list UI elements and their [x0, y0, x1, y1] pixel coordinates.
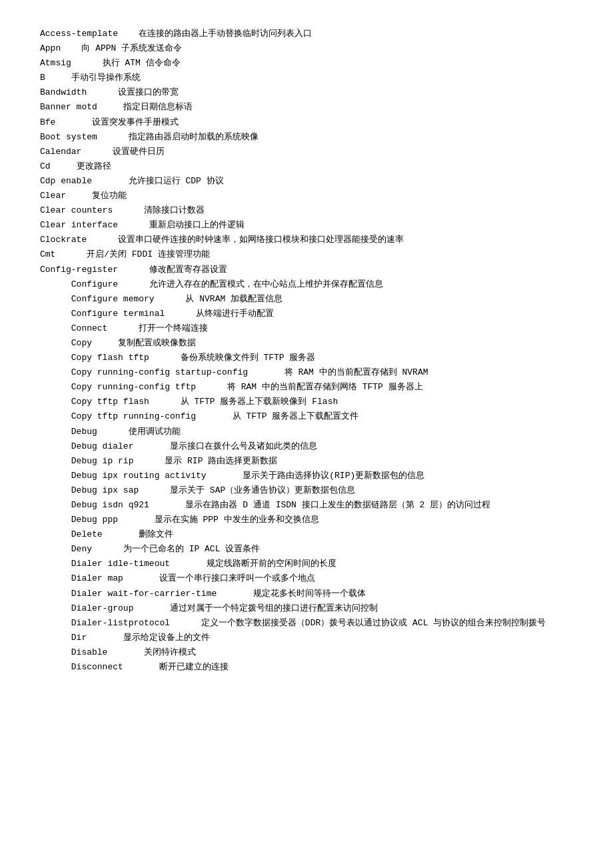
main-content: Access-template 在连接的路由器上手动替换临时访问列表入口Appn… — [40, 27, 573, 675]
list-item: Debug ipx routing activity 显示关于路由选择协议(RI… — [40, 469, 573, 483]
list-item: Atmsig 执行 ATM 信令命令 — [40, 56, 573, 71]
list-item: Calendar 设置硬件日历 — [40, 145, 573, 159]
list-item: Access-template 在连接的路由器上手动替换临时访问列表入口 — [40, 27, 573, 41]
list-item: Clockrate 设置串口硬件连接的时钟速率，如网络接口模块和接口处理器能接受… — [40, 233, 573, 247]
list-item: Copy flash tftp 备份系统映像文件到 TFTP 服务器 — [40, 351, 573, 365]
list-item: Configure 允许进入存在的配置模式，在中心站点上维护并保存配置信息 — [40, 277, 573, 292]
list-item: Clear counters 清除接口计数器 — [40, 203, 573, 218]
list-item: Cmt 开启/关闭 FDDI 连接管理功能 — [40, 247, 573, 262]
list-item: Bfe 设置突发事件手册模式 — [40, 115, 573, 130]
list-item: Debug dialer 显示接口在拨什么号及诸如此类的信息 — [40, 439, 573, 454]
list-item: Cdp enable 允许接口运行 CDP 协议 — [40, 174, 573, 189]
list-item: Banner motd 指定日期信息标语 — [40, 100, 573, 115]
list-item: Dialer-group 通过对属于一个特定拨号组的接口进行配置来访问控制 — [40, 601, 573, 616]
list-item: Copy 复制配置或映像数据 — [40, 336, 573, 351]
list-item: Dir 显示给定设备上的文件 — [40, 631, 573, 645]
list-item: Configure terminal 从终端进行手动配置 — [40, 307, 573, 321]
list-item: Debug ppp 显示在实施 PPP 中发生的业务和交换信息 — [40, 513, 573, 527]
list-item: Appn 向 APPN 子系统发送命令 — [40, 41, 573, 56]
list-item: Copy running-config tftp 将 RAM 中的当前配置存储到… — [40, 380, 573, 395]
list-item: Clear interface 重新启动接口上的件逻辑 — [40, 218, 573, 233]
list-item: Dialer idle-timeout 规定线路断开前的空闲时间的长度 — [40, 557, 573, 571]
list-item: Dialer-listprotocol 定义一个数字数据接受器（DDR）拨号表以… — [40, 616, 573, 631]
list-item: Disable 关闭特许模式 — [40, 645, 573, 660]
list-item: Connect 打开一个终端连接 — [40, 321, 573, 336]
list-item: Boot system 指定路由器启动时加载的系统映像 — [40, 130, 573, 145]
list-item: Debug isdn q921 显示在路由器 D 通道 ISDN 接口上发生的数… — [40, 498, 573, 513]
list-item: Debug ipx sap 显示关于 SAP（业务通告协议）更新数据包信息 — [40, 483, 573, 498]
list-item: Debug ip rip 显示 RIP 路由选择更新数据 — [40, 454, 573, 469]
list-item: Dialer map 设置一个串行接口来呼叫一个或多个地点 — [40, 571, 573, 586]
list-item: Debug 使用调试功能 — [40, 425, 573, 439]
list-item: Config-register 修改配置寄存器设置 — [40, 263, 573, 277]
list-item: Deny 为一个已命名的 IP ACL 设置条件 — [40, 542, 573, 557]
list-item: Delete 删除文件 — [40, 527, 573, 542]
list-item: Copy tftp flash 从 TFTP 服务器上下载新映像到 Flash — [40, 395, 573, 409]
list-item: Configure memory 从 NVRAM 加载配置信息 — [40, 292, 573, 307]
list-item: Clear 复位功能 — [40, 189, 573, 203]
list-item: Copy tftp running-config 从 TFTP 服务器上下载配置… — [40, 409, 573, 424]
list-item: Cd 更改路径 — [40, 159, 573, 174]
list-item: Dialer wait-for-carrier-time 规定花多长时间等待一个… — [40, 587, 573, 601]
list-item: Bandwidth 设置接口的带宽 — [40, 85, 573, 100]
list-item: B 手动引导操作系统 — [40, 71, 573, 85]
list-item: Disconnect 断开已建立的连接 — [40, 660, 573, 675]
list-item: Copy running-config startup-config 将 RAM… — [40, 365, 573, 380]
